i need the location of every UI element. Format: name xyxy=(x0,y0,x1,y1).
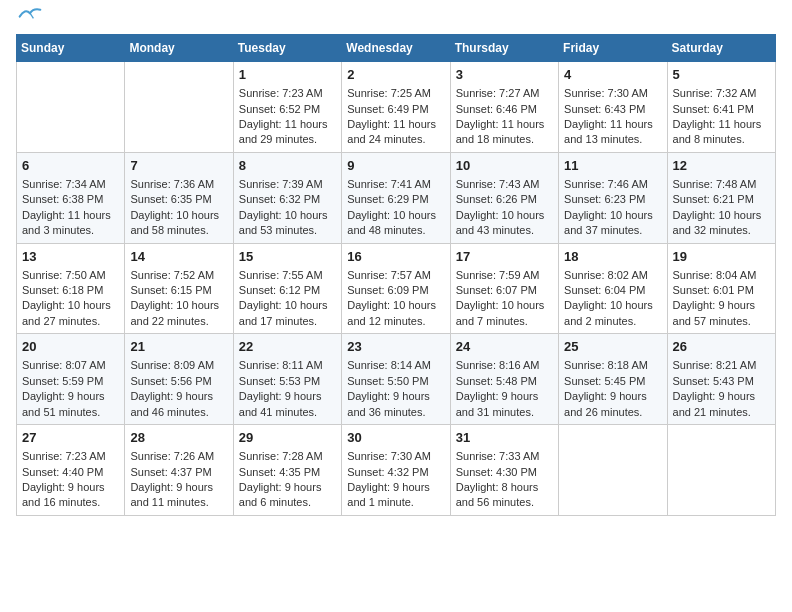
day-info: Sunset: 6:07 PM xyxy=(456,283,553,298)
calendar-cell: 15Sunrise: 7:55 AMSunset: 6:12 PMDayligh… xyxy=(233,243,341,334)
calendar-cell: 13Sunrise: 7:50 AMSunset: 6:18 PMDayligh… xyxy=(17,243,125,334)
day-number: 9 xyxy=(347,157,444,175)
calendar-cell: 30Sunrise: 7:30 AMSunset: 4:32 PMDayligh… xyxy=(342,425,450,516)
logo xyxy=(16,16,42,22)
day-info: Daylight: 9 hours and 11 minutes. xyxy=(130,480,227,511)
day-info: Sunset: 6:49 PM xyxy=(347,102,444,117)
day-info: Daylight: 9 hours and 21 minutes. xyxy=(673,389,770,420)
calendar-cell: 25Sunrise: 8:18 AMSunset: 5:45 PMDayligh… xyxy=(559,334,667,425)
day-info: Daylight: 10 hours and 48 minutes. xyxy=(347,208,444,239)
day-info: Sunrise: 7:57 AM xyxy=(347,268,444,283)
day-number: 28 xyxy=(130,429,227,447)
calendar-cell: 22Sunrise: 8:11 AMSunset: 5:53 PMDayligh… xyxy=(233,334,341,425)
day-info: Sunrise: 7:33 AM xyxy=(456,449,553,464)
day-number: 2 xyxy=(347,66,444,84)
calendar-body: 1Sunrise: 7:23 AMSunset: 6:52 PMDaylight… xyxy=(17,62,776,516)
day-number: 30 xyxy=(347,429,444,447)
day-number: 13 xyxy=(22,248,119,266)
calendar-table: SundayMondayTuesdayWednesdayThursdayFrid… xyxy=(16,34,776,516)
day-number: 24 xyxy=(456,338,553,356)
day-info: Daylight: 11 hours and 3 minutes. xyxy=(22,208,119,239)
day-info: Daylight: 9 hours and 16 minutes. xyxy=(22,480,119,511)
weekday-header-thursday: Thursday xyxy=(450,35,558,62)
day-info: Sunset: 6:04 PM xyxy=(564,283,661,298)
day-info: Sunset: 5:50 PM xyxy=(347,374,444,389)
calendar-cell: 4Sunrise: 7:30 AMSunset: 6:43 PMDaylight… xyxy=(559,62,667,153)
day-number: 11 xyxy=(564,157,661,175)
calendar-week-row: 20Sunrise: 8:07 AMSunset: 5:59 PMDayligh… xyxy=(17,334,776,425)
weekday-header-wednesday: Wednesday xyxy=(342,35,450,62)
day-number: 17 xyxy=(456,248,553,266)
day-info: Daylight: 9 hours and 57 minutes. xyxy=(673,298,770,329)
calendar-cell: 27Sunrise: 7:23 AMSunset: 4:40 PMDayligh… xyxy=(17,425,125,516)
calendar-week-row: 13Sunrise: 7:50 AMSunset: 6:18 PMDayligh… xyxy=(17,243,776,334)
calendar-cell: 28Sunrise: 7:26 AMSunset: 4:37 PMDayligh… xyxy=(125,425,233,516)
day-info: Sunset: 6:01 PM xyxy=(673,283,770,298)
day-number: 4 xyxy=(564,66,661,84)
day-info: Daylight: 9 hours and 6 minutes. xyxy=(239,480,336,511)
day-info: Sunrise: 8:09 AM xyxy=(130,358,227,373)
day-info: Daylight: 10 hours and 43 minutes. xyxy=(456,208,553,239)
calendar-cell: 7Sunrise: 7:36 AMSunset: 6:35 PMDaylight… xyxy=(125,152,233,243)
day-info: Sunrise: 7:59 AM xyxy=(456,268,553,283)
calendar-cell: 19Sunrise: 8:04 AMSunset: 6:01 PMDayligh… xyxy=(667,243,775,334)
day-info: Sunrise: 7:25 AM xyxy=(347,86,444,101)
calendar-cell: 20Sunrise: 8:07 AMSunset: 5:59 PMDayligh… xyxy=(17,334,125,425)
day-info: Sunset: 5:56 PM xyxy=(130,374,227,389)
calendar-cell xyxy=(17,62,125,153)
day-info: Sunrise: 7:34 AM xyxy=(22,177,119,192)
day-info: Daylight: 10 hours and 22 minutes. xyxy=(130,298,227,329)
day-number: 12 xyxy=(673,157,770,175)
calendar-cell: 3Sunrise: 7:27 AMSunset: 6:46 PMDaylight… xyxy=(450,62,558,153)
day-info: Sunrise: 7:55 AM xyxy=(239,268,336,283)
day-info: Sunset: 6:29 PM xyxy=(347,192,444,207)
day-info: Sunrise: 7:26 AM xyxy=(130,449,227,464)
calendar-cell: 16Sunrise: 7:57 AMSunset: 6:09 PMDayligh… xyxy=(342,243,450,334)
day-number: 20 xyxy=(22,338,119,356)
day-info: Daylight: 10 hours and 7 minutes. xyxy=(456,298,553,329)
day-info: Sunrise: 7:23 AM xyxy=(239,86,336,101)
day-number: 29 xyxy=(239,429,336,447)
day-info: Daylight: 10 hours and 37 minutes. xyxy=(564,208,661,239)
day-info: Sunrise: 7:48 AM xyxy=(673,177,770,192)
calendar-cell: 6Sunrise: 7:34 AMSunset: 6:38 PMDaylight… xyxy=(17,152,125,243)
calendar-cell: 10Sunrise: 7:43 AMSunset: 6:26 PMDayligh… xyxy=(450,152,558,243)
calendar-header-row: SundayMondayTuesdayWednesdayThursdayFrid… xyxy=(17,35,776,62)
day-info: Sunrise: 7:41 AM xyxy=(347,177,444,192)
day-info: Sunrise: 8:18 AM xyxy=(564,358,661,373)
calendar-cell: 2Sunrise: 7:25 AMSunset: 6:49 PMDaylight… xyxy=(342,62,450,153)
day-info: Sunrise: 7:43 AM xyxy=(456,177,553,192)
day-info: Daylight: 11 hours and 13 minutes. xyxy=(564,117,661,148)
day-info: Sunrise: 7:23 AM xyxy=(22,449,119,464)
day-number: 21 xyxy=(130,338,227,356)
logo-bird-icon xyxy=(18,6,42,22)
day-info: Sunrise: 7:52 AM xyxy=(130,268,227,283)
day-number: 6 xyxy=(22,157,119,175)
calendar-cell: 9Sunrise: 7:41 AMSunset: 6:29 PMDaylight… xyxy=(342,152,450,243)
day-info: Daylight: 9 hours and 41 minutes. xyxy=(239,389,336,420)
day-info: Daylight: 11 hours and 29 minutes. xyxy=(239,117,336,148)
day-info: Sunset: 4:40 PM xyxy=(22,465,119,480)
day-info: Sunset: 6:32 PM xyxy=(239,192,336,207)
day-info: Sunset: 4:37 PM xyxy=(130,465,227,480)
day-info: Sunrise: 7:50 AM xyxy=(22,268,119,283)
weekday-header-tuesday: Tuesday xyxy=(233,35,341,62)
day-info: Sunset: 6:46 PM xyxy=(456,102,553,117)
day-info: Daylight: 11 hours and 18 minutes. xyxy=(456,117,553,148)
calendar-cell: 29Sunrise: 7:28 AMSunset: 4:35 PMDayligh… xyxy=(233,425,341,516)
day-info: Daylight: 10 hours and 58 minutes. xyxy=(130,208,227,239)
day-info: Sunrise: 7:36 AM xyxy=(130,177,227,192)
calendar-week-row: 6Sunrise: 7:34 AMSunset: 6:38 PMDaylight… xyxy=(17,152,776,243)
day-number: 19 xyxy=(673,248,770,266)
calendar-cell: 18Sunrise: 8:02 AMSunset: 6:04 PMDayligh… xyxy=(559,243,667,334)
calendar-cell: 26Sunrise: 8:21 AMSunset: 5:43 PMDayligh… xyxy=(667,334,775,425)
calendar-cell: 14Sunrise: 7:52 AMSunset: 6:15 PMDayligh… xyxy=(125,243,233,334)
day-info: Sunrise: 8:07 AM xyxy=(22,358,119,373)
calendar-week-row: 1Sunrise: 7:23 AMSunset: 6:52 PMDaylight… xyxy=(17,62,776,153)
day-info: Sunrise: 7:27 AM xyxy=(456,86,553,101)
day-number: 8 xyxy=(239,157,336,175)
day-info: Sunset: 6:12 PM xyxy=(239,283,336,298)
day-info: Sunset: 6:09 PM xyxy=(347,283,444,298)
day-info: Daylight: 10 hours and 53 minutes. xyxy=(239,208,336,239)
day-info: Sunrise: 7:30 AM xyxy=(564,86,661,101)
